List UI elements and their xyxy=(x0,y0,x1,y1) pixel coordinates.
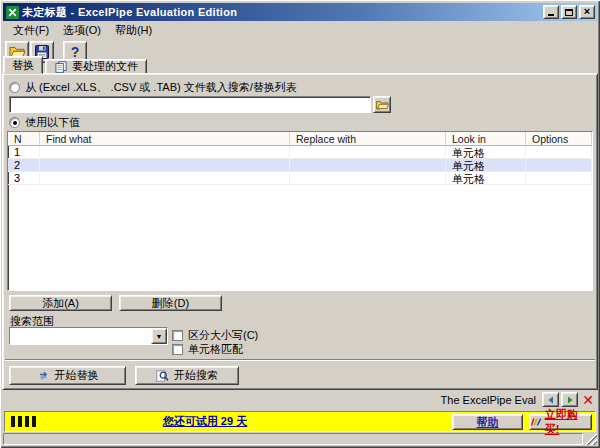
marquee-next-button[interactable] xyxy=(561,392,578,407)
match-case-option[interactable]: 区分大小写(C) xyxy=(172,329,258,341)
match-cell-checkbox[interactable] xyxy=(172,344,183,355)
search-magnifier-icon xyxy=(156,370,169,382)
table-row[interactable]: 2 单元格 xyxy=(8,159,592,172)
eval-marquee-bar: The ExcelPipe Eval ✕ xyxy=(441,391,596,408)
add-button-label: 添加(A) xyxy=(42,296,79,311)
cell-find-what xyxy=(40,146,290,158)
marquee-close-button[interactable]: ✕ xyxy=(580,392,596,407)
delete-button[interactable]: 删除(D) xyxy=(119,295,222,311)
maximize-button[interactable] xyxy=(561,5,577,19)
match-cell-label: 单元格匹配 xyxy=(188,342,243,357)
match-case-label: 区分大小写(C) xyxy=(188,328,258,343)
use-values-option[interactable]: 使用以下值 xyxy=(9,116,80,129)
search-scope-dropdown-button[interactable]: ▼ xyxy=(151,328,167,344)
cell-find-what xyxy=(40,159,290,171)
column-header-options[interactable]: Options xyxy=(526,132,592,145)
match-cell-option[interactable]: 单元格匹配 xyxy=(172,343,243,355)
file-path-input[interactable] xyxy=(9,96,371,113)
status-bar xyxy=(3,433,597,445)
add-button[interactable]: 添加(A) xyxy=(9,295,112,311)
replace-tab-panel: 从 (Excel .XLS、 .CSV 或 .TAB) 文件载入搜索/替换列表 … xyxy=(2,73,598,390)
table-row[interactable]: 1 单元格 xyxy=(8,146,592,159)
load-from-file-option[interactable]: 从 (Excel .XLS、 .CSV 或 .TAB) 文件载入搜索/替换列表 xyxy=(9,81,297,94)
app-window: 未定标题 - ExcelPipe Evaluation Edition × 文件… xyxy=(0,0,600,448)
column-header-replace-with[interactable]: Replace with xyxy=(290,132,446,145)
search-replace-table: N Find what Replace with Look in Options… xyxy=(7,131,593,291)
close-icon: × xyxy=(584,6,590,17)
buy-now-button[interactable]: 立即购买! xyxy=(529,414,592,430)
table-row[interactable]: 3 单元格 xyxy=(8,172,592,185)
buy-now-icon xyxy=(530,417,542,427)
trial-days-link[interactable]: 您还可试用 29 天 xyxy=(5,414,405,429)
replace-arrows-icon xyxy=(37,370,50,382)
column-header-find-what[interactable]: Find what xyxy=(40,132,290,145)
start-replace-button[interactable]: 开始替换 xyxy=(9,366,126,385)
start-replace-label: 开始替换 xyxy=(55,368,99,383)
arrow-left-icon xyxy=(547,396,555,404)
cell-options xyxy=(526,172,592,184)
tab-files-label: 要处理的文件 xyxy=(72,59,138,74)
load-from-file-radio[interactable] xyxy=(9,82,20,93)
match-case-checkbox[interactable] xyxy=(172,330,183,341)
maximize-icon xyxy=(565,9,573,16)
column-header-n[interactable]: N xyxy=(8,132,40,145)
cell-replace-with xyxy=(290,146,446,158)
cell-replace-with xyxy=(290,159,446,171)
tab-replace-label: 替换 xyxy=(12,58,34,73)
cell-n: 3 xyxy=(8,172,40,184)
cell-find-what xyxy=(40,172,290,184)
load-from-file-label: 从 (Excel .XLS、 .CSV 或 .TAB) 文件载入搜索/替换列表 xyxy=(25,80,297,95)
separator-line xyxy=(5,359,595,361)
cell-look-in: 单元格 xyxy=(446,172,526,184)
start-search-button[interactable]: 开始搜索 xyxy=(135,366,239,385)
tab-replace[interactable]: 替换 xyxy=(3,56,43,74)
marquee-prev-button[interactable] xyxy=(542,392,559,407)
delete-button-label: 删除(D) xyxy=(152,296,189,311)
documents-icon xyxy=(54,61,68,73)
arrow-right-icon xyxy=(566,396,574,404)
eval-marquee-text: The ExcelPipe Eval xyxy=(441,394,536,406)
search-scope-combobox[interactable]: ▼ xyxy=(9,327,168,345)
minimize-button[interactable] xyxy=(543,5,559,19)
menu-bar: 文件(F) 选项(O) 帮助(H) xyxy=(3,22,597,38)
menu-help[interactable]: 帮助(H) xyxy=(108,22,159,39)
title-bar[interactable]: 未定标题 - ExcelPipe Evaluation Edition × xyxy=(3,3,597,21)
chevron-down-icon: ▼ xyxy=(156,333,163,340)
cell-look-in: 单元格 xyxy=(446,159,526,171)
trial-help-label: 帮助 xyxy=(477,415,499,430)
minimize-icon xyxy=(548,14,554,16)
app-icon xyxy=(6,6,19,19)
tab-files-to-process[interactable]: 要处理的文件 xyxy=(45,59,147,74)
cell-look-in: 单元格 xyxy=(446,146,526,158)
table-header: N Find what Replace with Look in Options xyxy=(8,132,592,146)
trial-bar: 您还可试用 29 天 帮助 立即购买! xyxy=(4,411,596,432)
status-panel xyxy=(3,433,583,445)
menu-file[interactable]: 文件(F) xyxy=(6,22,56,39)
start-search-label: 开始搜索 xyxy=(174,368,218,383)
use-values-label: 使用以下值 xyxy=(25,115,80,130)
cell-options xyxy=(526,146,592,158)
cell-options xyxy=(526,159,592,171)
column-header-look-in[interactable]: Look in xyxy=(446,132,526,145)
tab-strip: 替换 要处理的文件 xyxy=(3,56,597,74)
cell-n: 2 xyxy=(8,159,40,171)
browse-file-button[interactable] xyxy=(373,96,391,113)
close-button[interactable]: × xyxy=(579,5,595,19)
menu-options[interactable]: 选项(O) xyxy=(56,22,108,39)
browse-folder-icon xyxy=(376,100,389,110)
cell-n: 1 xyxy=(8,146,40,158)
window-title: 未定标题 - ExcelPipe Evaluation Edition xyxy=(22,5,237,20)
use-values-radio[interactable] xyxy=(9,117,20,128)
resize-grip[interactable] xyxy=(585,433,597,445)
red-x-icon: ✕ xyxy=(582,392,594,408)
trial-help-button[interactable]: 帮助 xyxy=(452,414,523,430)
search-scope-value[interactable] xyxy=(10,328,151,344)
cell-replace-with xyxy=(290,172,446,184)
